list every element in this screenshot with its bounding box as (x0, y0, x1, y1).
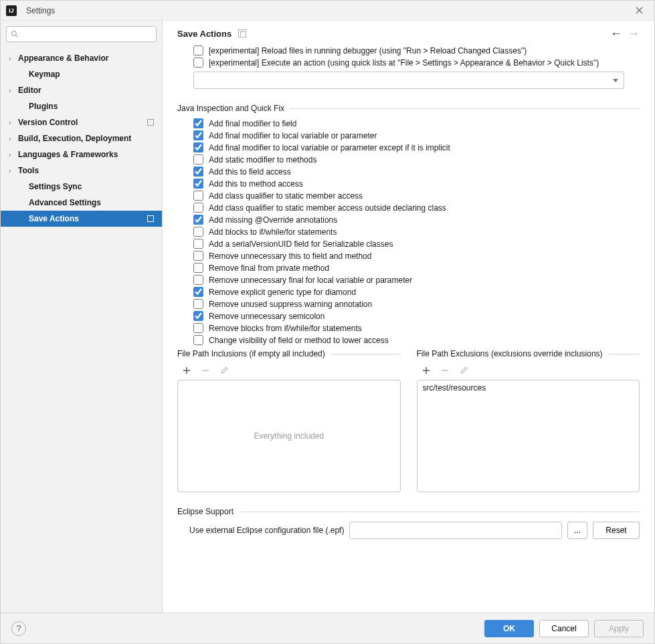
java-option-checkbox[interactable] (193, 118, 203, 128)
java-option-checkbox[interactable] (193, 203, 203, 213)
java-option-label: Add this to field access (209, 167, 291, 177)
chevron-right-icon: › (9, 119, 15, 126)
eclipse-browse-button[interactable]: ... (567, 522, 587, 539)
inclusions-title: File Path Inclusions (if empty all inclu… (177, 349, 325, 358)
breadcrumb: Save Actions (177, 29, 231, 39)
cancel-button[interactable]: Cancel (539, 620, 589, 637)
content: ›Appearance & BehaviorKeymap›EditorPlugi… (1, 21, 654, 613)
java-option-row: Add this to method access (193, 179, 640, 189)
java-option-label: Remove final from private method (209, 263, 329, 273)
sidebar-item[interactable]: Save Actions (1, 211, 162, 227)
java-option-label: Add a serialVersionUID field for Seriali… (209, 239, 393, 249)
java-option-checkbox[interactable] (193, 311, 203, 321)
modified-indicator-icon (147, 119, 154, 126)
exclusions-title: File Path Exclusions (exclusions overrid… (417, 349, 603, 358)
titlebar: IJ Settings (1, 1, 654, 21)
eclipse-reset-button[interactable]: Reset (593, 522, 640, 539)
java-option-checkbox[interactable] (193, 142, 203, 152)
apply-button[interactable]: Apply (594, 620, 644, 637)
java-option-checkbox[interactable] (193, 299, 203, 309)
java-option-row: Add blocks to if/while/for statements (193, 227, 640, 237)
java-option-checkbox[interactable] (193, 263, 203, 273)
java-option-row: Remove unnecessary semicolon (193, 311, 640, 321)
main-panel: Save Actions ← → [experimental] Reload f… (163, 21, 654, 613)
java-option-label: Remove unnecessary final for local varia… (209, 276, 412, 285)
modified-indicator-icon (147, 215, 154, 222)
sidebar-item[interactable]: Advanced Settings (1, 195, 162, 211)
top-option-row: [experimental] Execute an action (using … (193, 58, 640, 68)
java-option-row: Remove blocks from if/while/for statemen… (193, 323, 640, 333)
section-java-title-text: Java Inspection and Quick Fix (177, 104, 284, 113)
java-option-row: Add final modifier to local variable or … (193, 142, 640, 152)
java-option-row: Remove unnecessary final for local varia… (193, 275, 640, 285)
svg-line-1 (16, 35, 18, 37)
top-option-checkbox[interactable] (193, 45, 203, 56)
java-option-checkbox[interactable] (193, 191, 203, 201)
sidebar-item[interactable]: ›Tools (1, 163, 162, 179)
search-input[interactable] (19, 29, 152, 39)
nav-back-icon[interactable]: ← (610, 27, 622, 39)
java-option-label: Add final modifier to local variable or … (209, 131, 377, 140)
java-option-label: Add final modifier to local variable or … (209, 143, 450, 152)
close-button[interactable] (629, 1, 649, 21)
java-option-label: Add missing @Override annotations (209, 215, 337, 225)
exclusions-list[interactable]: src/test/resources (417, 380, 640, 492)
chevron-right-icon: › (9, 55, 15, 62)
quick-list-combo[interactable] (193, 72, 624, 89)
search-input-wrap[interactable] (6, 26, 157, 42)
sidebar-item[interactable]: Settings Sync (1, 179, 162, 195)
main-body: [experimental] Reload files in running d… (163, 43, 654, 613)
java-option-label: Remove explicit generic type for diamond (209, 288, 356, 297)
exclusions-remove-button[interactable] (440, 365, 450, 376)
java-option-row: Remove final from private method (193, 263, 640, 273)
sidebar-item[interactable]: Plugins (1, 98, 162, 114)
java-option-row: Add final modifier to field (193, 118, 640, 128)
eclipse-path-input[interactable] (349, 522, 562, 539)
java-option-row: Remove unnecessary this to field and met… (193, 251, 640, 261)
java-option-checkbox[interactable] (193, 275, 203, 285)
java-option-label: Remove unnecessary this to field and met… (209, 251, 371, 261)
inclusions-add-button[interactable] (181, 365, 192, 376)
java-option-checkbox[interactable] (193, 215, 203, 225)
sidebar-item[interactable]: ›Appearance & Behavior (1, 50, 162, 66)
java-option-checkbox[interactable] (193, 323, 203, 333)
list-item[interactable]: src/test/resources (423, 383, 634, 393)
java-option-checkbox[interactable] (193, 335, 203, 345)
java-option-checkbox[interactable] (193, 239, 203, 249)
java-option-checkbox[interactable] (193, 167, 203, 177)
sidebar-item[interactable]: ›Editor (1, 82, 162, 98)
footer: ? OK Cancel Apply (1, 613, 654, 643)
java-option-checkbox[interactable] (193, 251, 203, 261)
sidebar-item[interactable]: ›Version Control (1, 114, 162, 130)
inclusions-list[interactable]: Everything included (177, 380, 401, 492)
sidebar-item-label: Languages & Frameworks (18, 150, 118, 159)
java-option-checkbox[interactable] (193, 287, 203, 297)
java-option-row: Remove explicit generic type for diamond (193, 287, 640, 297)
java-option-label: Add class qualifier to static member acc… (209, 191, 363, 201)
java-option-label: Add this to method access (209, 179, 303, 189)
reset-icon[interactable] (238, 29, 246, 37)
sidebar-item[interactable]: ›Build, Execution, Deployment (1, 130, 162, 146)
java-option-checkbox[interactable] (193, 130, 203, 140)
exclusions-edit-button[interactable] (458, 365, 469, 376)
nav-forward-icon[interactable]: → (628, 27, 640, 39)
ok-button[interactable]: OK (484, 620, 534, 637)
java-option-checkbox[interactable] (193, 154, 203, 165)
java-option-label: Add blocks to if/while/for statements (209, 227, 337, 237)
sidebar-item-label: Save Actions (29, 214, 79, 223)
java-option-label: Remove unused suppress warning annotatio… (209, 300, 372, 309)
sidebar-item[interactable]: Keymap (1, 66, 162, 82)
java-option-row: Add static modifier to methods (193, 154, 640, 165)
java-option-checkbox[interactable] (193, 179, 203, 189)
inclusions-edit-button[interactable] (219, 365, 229, 376)
inclusions-toolbar (177, 362, 401, 380)
inclusions-remove-button[interactable] (200, 365, 211, 376)
java-option-label: Add final modifier to field (209, 119, 296, 128)
java-option-checkbox[interactable] (193, 227, 203, 237)
sidebar-item[interactable]: ›Languages & Frameworks (1, 146, 162, 163)
help-button[interactable]: ? (11, 621, 26, 636)
sidebar-item-label: Build, Execution, Deployment (18, 134, 131, 143)
java-option-label: Add class qualifier to static member acc… (209, 203, 446, 213)
top-option-checkbox[interactable] (193, 58, 203, 68)
exclusions-add-button[interactable] (421, 365, 432, 376)
